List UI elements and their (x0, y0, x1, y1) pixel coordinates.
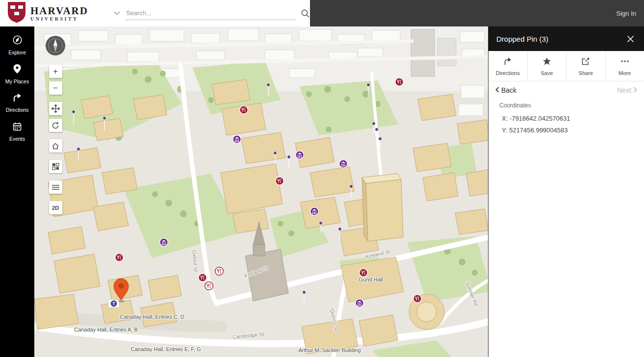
sidebar-item-events[interactable]: Events (0, 117, 34, 146)
poi-dot[interactable] (287, 155, 291, 159)
search-input[interactable] (125, 6, 296, 20)
brand-line1: HARVARD (30, 5, 88, 16)
dining-poi-marker[interactable] (360, 269, 368, 277)
chevron-left-icon (495, 86, 499, 94)
panel-actions: Directions Save Share (489, 51, 644, 81)
museum-poi-marker[interactable] (356, 299, 364, 307)
museum-poi-marker[interactable] (296, 151, 304, 159)
svg-text:T: T (112, 301, 115, 306)
share-icon (581, 57, 590, 68)
tall-tower-building (362, 174, 403, 241)
dining-poi-marker-outline[interactable] (215, 267, 224, 276)
legend-button[interactable] (49, 180, 62, 194)
save-action-button[interactable]: Save (528, 51, 567, 81)
top-bar-left: HARVARD UNIVERSITY (0, 0, 310, 26)
dining-poi-marker[interactable] (413, 295, 422, 303)
main-sidebar: Explore My Places Directions Events (0, 26, 34, 357)
top-bar-right: Sign In (310, 0, 644, 26)
dining-poi-marker[interactable] (240, 106, 248, 114)
campus-map[interactable]: T Canaday Hall, Entries C, D Canaday Hal… (34, 26, 488, 357)
toggle-2d-button[interactable]: 2D (49, 201, 62, 214)
museum-poi-marker[interactable] (233, 135, 241, 144)
more-action-button[interactable]: More (606, 51, 644, 81)
back-button[interactable]: Back (495, 86, 516, 94)
map-pin-icon (13, 64, 22, 76)
poi-dot[interactable] (274, 152, 277, 155)
home-extent-button[interactable] (49, 139, 62, 153)
poi-dot[interactable] (267, 83, 270, 87)
sidebar-item-label: Directions (6, 107, 29, 113)
next-button[interactable]: Next (617, 86, 637, 94)
sidebar-item-label: Explore (8, 50, 26, 55)
pan-tool-button[interactable] (49, 102, 62, 115)
top-bar: HARVARD UNIVERSITY Sign In (0, 0, 644, 26)
brand-line2: UNIVERSITY (30, 16, 88, 22)
harvard-campus-map-app: HARVARD UNIVERSITY Sign In (0, 0, 644, 357)
poi-dot[interactable] (375, 128, 379, 131)
back-label: Back (501, 86, 516, 94)
sign-in-link[interactable]: Sign In (617, 10, 636, 17)
dining-poi-marker[interactable] (115, 254, 124, 262)
poi-dot[interactable] (379, 137, 382, 141)
poi-dot[interactable] (103, 117, 106, 120)
panel-header: Dropped Pin (3) (489, 26, 644, 51)
directions-arrow-icon (12, 93, 22, 104)
coordinate-x-value: X: -7916642.042570631 (502, 113, 633, 125)
poi-dot[interactable] (338, 228, 342, 231)
panel-title: Dropped Pin (3) (496, 35, 548, 43)
sidebar-item-my-places[interactable]: My Places (0, 59, 34, 88)
star-icon (542, 57, 551, 68)
coordinates-heading: Coordinates (499, 102, 633, 109)
campus-map-canvas: T (34, 26, 488, 357)
museum-poi-marker[interactable] (310, 207, 319, 216)
dropped-pin-panel: Dropped Pin (3) Directions Save (488, 26, 644, 357)
harvard-logo[interactable]: HARVARD UNIVERSITY (7, 1, 88, 25)
poi-dot[interactable] (350, 185, 353, 188)
next-label: Next (617, 86, 631, 94)
sidebar-item-directions[interactable]: Directions (0, 88, 34, 117)
poi-dot[interactable] (372, 122, 376, 126)
share-action-button[interactable]: Share (567, 51, 606, 81)
sidebar-item-label: My Places (5, 78, 29, 84)
poi-dot[interactable] (319, 222, 323, 225)
action-label: Share (579, 70, 593, 76)
compass-control[interactable] (45, 35, 66, 56)
city-block (438, 38, 456, 66)
transit-stop-marker[interactable]: T (108, 300, 119, 307)
rotate-tool-button[interactable] (49, 119, 62, 132)
explore-icon (12, 35, 23, 47)
poi-dot[interactable] (367, 83, 370, 87)
ellipsis-icon (620, 57, 629, 68)
action-label: More (618, 70, 631, 76)
sidebar-item-label: Events (9, 136, 25, 142)
action-label: Save (541, 70, 553, 76)
action-label: Directions (496, 70, 520, 76)
calendar-icon (12, 122, 22, 133)
harvard-shield-icon (7, 1, 26, 25)
poi-dot[interactable] (72, 110, 76, 114)
search-icon[interactable] (301, 9, 310, 18)
poi-dot[interactable] (77, 148, 80, 151)
chevron-right-icon (633, 86, 637, 94)
museum-poi-marker[interactable] (339, 160, 348, 168)
dining-poi-marker-outline[interactable] (205, 282, 213, 290)
dining-poi-marker[interactable] (395, 78, 404, 86)
map-controls: + − (45, 35, 66, 214)
search-scope-caret-icon[interactable] (114, 11, 120, 15)
city-tower (411, 29, 435, 76)
directions-arrow-icon (503, 57, 512, 68)
dining-poi-marker[interactable] (199, 274, 207, 282)
coordinates-section: Coordinates X: -7916642.042570631 Y: 521… (489, 99, 644, 139)
dining-poi-marker[interactable] (276, 177, 284, 185)
search-bar (114, 6, 310, 20)
close-icon[interactable] (625, 33, 636, 45)
directions-action-button[interactable]: Directions (489, 51, 528, 81)
coordinate-y-value: Y: 5217456.999004583 (502, 125, 633, 136)
zoom-in-button[interactable]: + (49, 65, 62, 78)
panel-pagination: Back Next (489, 81, 644, 99)
sidebar-item-explore[interactable]: Explore (0, 30, 34, 59)
poi-dot[interactable] (303, 291, 306, 294)
basemap-gallery-button[interactable] (49, 160, 62, 173)
museum-poi-marker[interactable] (160, 238, 168, 247)
zoom-out-button[interactable]: − (49, 81, 62, 95)
